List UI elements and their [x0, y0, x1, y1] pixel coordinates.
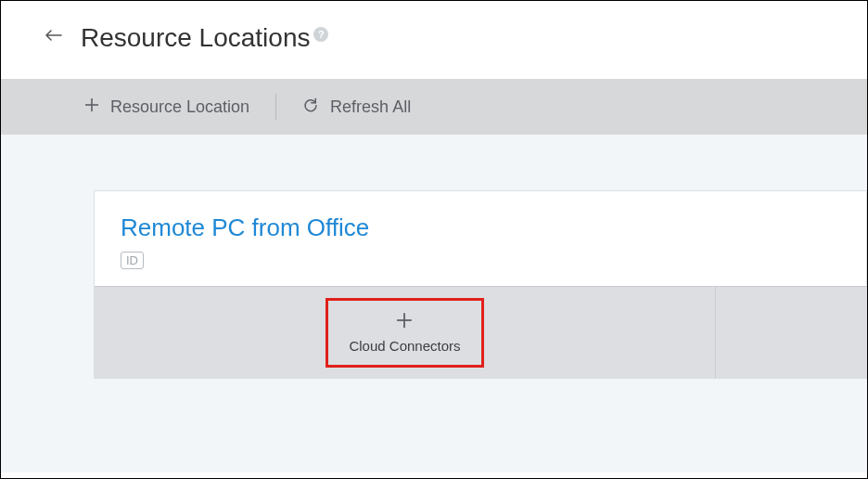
- toolbar: Resource Location Refresh All: [1, 79, 867, 135]
- refresh-icon: [302, 97, 319, 118]
- page-title: Resource Locations ?: [81, 23, 328, 53]
- back-icon[interactable]: [45, 26, 62, 47]
- id-badge[interactable]: ID: [121, 252, 144, 269]
- plus-icon: [396, 312, 413, 332]
- add-cloud-connectors-button[interactable]: Cloud Connectors: [326, 298, 483, 368]
- resource-location-card: Remote PC from Office ID Cloud Connector…: [94, 190, 867, 379]
- refresh-all-label: Refresh All: [330, 97, 411, 117]
- footer-tile-empty: [716, 287, 868, 379]
- cloud-connectors-label: Cloud Connectors: [349, 338, 460, 354]
- help-icon[interactable]: ?: [313, 27, 328, 42]
- content-area: Remote PC from Office ID Cloud Connector…: [1, 135, 867, 473]
- page-header: Resource Locations ?: [1, 1, 867, 79]
- plus-icon: [84, 97, 99, 117]
- cloud-connectors-tile: Cloud Connectors: [95, 287, 716, 379]
- add-resource-location-label: Resource Location: [110, 97, 249, 117]
- card-footer: Cloud Connectors: [95, 286, 868, 379]
- add-resource-location-button[interactable]: Resource Location: [84, 97, 275, 117]
- refresh-all-button[interactable]: Refresh All: [276, 97, 437, 118]
- page-title-text: Resource Locations: [81, 23, 310, 53]
- resource-location-name[interactable]: Remote PC from Office: [121, 214, 840, 242]
- card-header: Remote PC from Office ID: [95, 191, 866, 286]
